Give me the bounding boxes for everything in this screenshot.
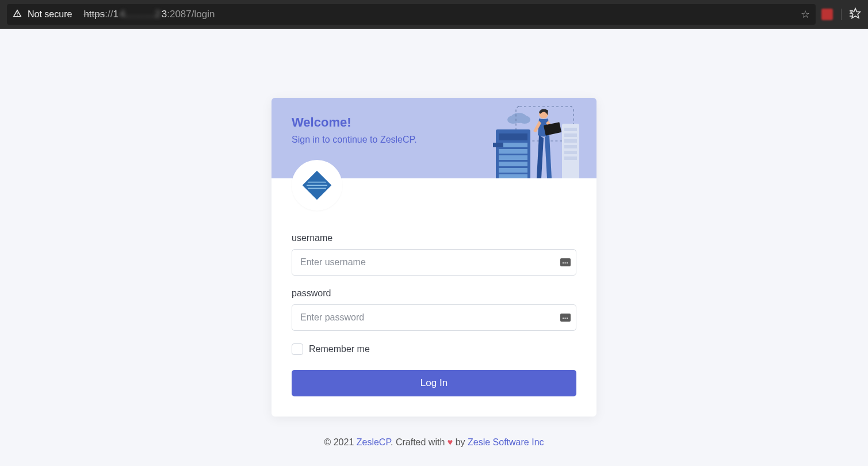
footer-brand-link[interactable]: ZesleCP bbox=[357, 437, 391, 447]
page-content: Welcome! Sign in to continue to ZesleCP. bbox=[0, 29, 868, 466]
svg-rect-18 bbox=[499, 149, 527, 154]
svg-rect-24 bbox=[493, 143, 503, 147]
username-label: username bbox=[292, 233, 576, 243]
svg-point-5 bbox=[507, 116, 519, 124]
url-scheme: https bbox=[83, 9, 105, 20]
server-illustration bbox=[487, 104, 585, 178]
login-form: username ••• password ••• Remember me Lo… bbox=[272, 178, 596, 417]
remember-me-checkbox[interactable] bbox=[292, 343, 303, 355]
svg-rect-16 bbox=[499, 133, 527, 140]
footer-company-link[interactable]: Zesle Software Inc bbox=[468, 437, 544, 447]
password-input[interactable] bbox=[292, 304, 576, 331]
favorites-icon[interactable] bbox=[850, 7, 861, 22]
remember-me-row: Remember me bbox=[292, 343, 576, 355]
password-manager-icon[interactable]: ••• bbox=[560, 258, 571, 266]
password-input-wrap: ••• bbox=[292, 304, 576, 331]
toolbar-divider bbox=[841, 9, 842, 20]
security-badge[interactable]: Not secure bbox=[7, 4, 78, 25]
heart-icon: ♥ bbox=[448, 437, 453, 447]
url-input[interactable]: https://14...........23:2087/login ☆ bbox=[78, 4, 816, 25]
svg-rect-22 bbox=[499, 174, 527, 178]
footer-crafted: . Crafted with bbox=[391, 437, 448, 447]
browser-address-bar: Not secure https://14...........23:2087/… bbox=[0, 0, 868, 29]
password-manager-icon[interactable]: ••• bbox=[560, 314, 571, 322]
login-card: Welcome! Sign in to continue to ZesleCP. bbox=[272, 98, 596, 417]
browser-toolbar-right bbox=[821, 7, 861, 22]
brand-logo bbox=[292, 160, 342, 211]
svg-rect-12 bbox=[564, 145, 577, 148]
remember-me-label: Remember me bbox=[309, 344, 370, 354]
svg-rect-13 bbox=[564, 151, 577, 154]
svg-rect-9 bbox=[564, 128, 577, 131]
svg-rect-19 bbox=[499, 155, 527, 160]
svg-rect-20 bbox=[499, 162, 527, 166]
svg-rect-11 bbox=[564, 139, 577, 143]
password-label: password bbox=[292, 288, 576, 299]
zesle-logo-icon bbox=[301, 170, 332, 201]
footer-copyright: © 2021 bbox=[324, 437, 356, 447]
username-input-wrap: ••• bbox=[292, 249, 576, 276]
svg-point-6 bbox=[519, 116, 530, 124]
svg-rect-21 bbox=[499, 168, 527, 173]
not-secure-label: Not secure bbox=[28, 9, 72, 20]
username-input[interactable] bbox=[292, 249, 576, 276]
login-button[interactable]: Log In bbox=[292, 370, 576, 396]
extension-icon[interactable] bbox=[821, 9, 833, 20]
svg-rect-10 bbox=[564, 133, 577, 137]
warning-icon bbox=[13, 9, 22, 20]
svg-rect-14 bbox=[564, 156, 577, 160]
footer: © 2021 ZesleCP. Crafted with ♥ by Zesle … bbox=[324, 437, 544, 448]
bookmark-star-icon[interactable]: ☆ bbox=[795, 8, 816, 21]
footer-by: by bbox=[453, 437, 468, 447]
